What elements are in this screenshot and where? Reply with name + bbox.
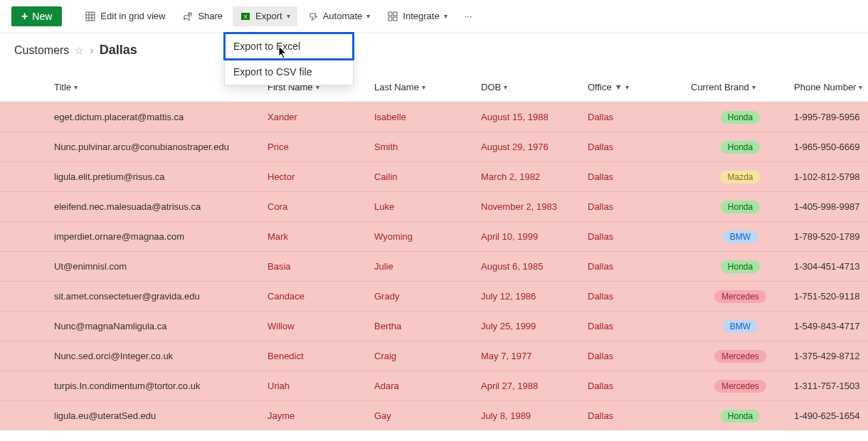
new-button[interactable]: + New [11,6,62,26]
brand-pill: BMW [723,320,758,333]
cell-brand: BMW [687,230,790,243]
plus-icon: + [21,11,28,21]
col-dob[interactable]: DOB▾ [477,82,583,92]
cell-phone: 1-405-998-9987 [790,201,868,212]
table-row[interactable]: Nunc.pulvinar.arcu@conubianostraper.eduP… [0,132,868,161]
cell-phone: 1-995-789-5956 [790,112,868,122]
cell-office: Dallas [583,171,687,182]
table-row[interactable]: ligula.elit.pretium@risus.caHectorCailin… [0,161,868,191]
table-row[interactable]: imperdiet.ornare@magnaa.comMarkWyomingAp… [0,221,868,251]
svg-rect-8 [393,12,397,16]
cell-first: Basia [263,261,370,272]
cell-title[interactable]: eleifend.nec.malesuada@atrisus.ca [50,201,263,212]
cell-first: Xander [263,112,370,122]
more-icon: ··· [465,11,472,21]
table-row[interactable]: eget.dictum.placerat@mattis.caXanderIsab… [0,102,868,132]
cell-phone: 1-965-950-6669 [790,142,868,152]
cell-first: Jayme [263,410,370,421]
chevron-down-icon: ▾ [752,83,756,91]
integrate-button[interactable]: Integrate ▾ [380,6,454,26]
integrate-label: Integrate [403,11,439,21]
excel-icon: X [240,11,251,22]
cell-first: Uriah [263,381,370,391]
export-button[interactable]: X Export ▾ [233,6,297,26]
cell-title[interactable]: sit.amet.consectetuer@gravida.edu [50,291,263,302]
cell-office: Dallas [583,231,687,242]
cell-office: Dallas [583,321,687,331]
cell-brand: Honda [687,410,790,423]
cell-first: Mark [263,231,370,242]
chevron-down-icon: ▾ [287,12,290,20]
col-brand[interactable]: Current Brand▾ [687,82,790,92]
cell-first: Benedict [263,351,370,361]
table-row[interactable]: turpis.In.condimentum@tortor.co.ukUriahA… [0,371,868,400]
share-label: Share [198,11,223,21]
svg-rect-7 [388,12,392,16]
cell-brand: Mercedes [687,350,790,363]
automate-label: Automate [323,11,363,21]
table-row[interactable]: eleifend.nec.malesuada@atrisus.caCoraLuk… [0,191,868,221]
chevron-down-icon: ▾ [859,83,862,91]
cell-phone: 1-789-520-1789 [790,231,868,242]
table-row[interactable]: Nunc.sed.orci@Integer.co.ukBenedictCraig… [0,341,868,371]
brand-pill: Mercedes [714,350,766,363]
cell-office: Dallas [583,112,687,122]
cell-last: Gay [370,410,477,421]
export-to-csv-item[interactable]: Export to CSV file [225,59,353,85]
edit-in-grid-button[interactable]: Edit in grid view [78,6,172,26]
cell-last: Julie [370,261,477,272]
chevron-down-icon: ▾ [366,12,370,20]
breadcrumb-root[interactable]: Customers [14,44,69,57]
automate-button[interactable]: Automate ▾ [300,6,378,26]
svg-rect-9 [388,17,392,21]
more-button[interactable]: ··· [457,6,480,26]
cell-brand: Mazda [687,171,790,184]
cell-first: Cora [263,201,370,212]
table-row[interactable]: sit.amet.consectetuer@gravida.eduCandace… [0,281,868,311]
cell-brand: Honda [687,141,790,154]
col-phone[interactable]: Phone Number▾ [790,82,868,92]
cell-last: Smith [370,142,477,152]
cell-brand: Mercedes [687,380,790,393]
command-bar: + New Edit in grid view Share X Export ▾… [0,0,868,33]
cell-last: Isabelle [370,112,477,122]
cell-dob: July 8, 1989 [477,410,583,421]
table-row[interactable]: ligula.eu@uteratSed.eduJaymeGayJuly 8, 1… [0,400,868,430]
cell-brand: Honda [687,260,790,273]
brand-pill: Honda [721,410,760,423]
breadcrumb-leaf: Dallas [100,43,137,58]
cell-first: Willow [263,321,370,331]
cell-title[interactable]: eget.dictum.placerat@mattis.ca [50,112,263,122]
col-office[interactable]: Office▼▾ [583,82,687,92]
cell-phone: 1-102-812-5798 [790,171,868,182]
cell-brand: Mercedes [687,290,790,303]
cell-dob: July 25, 1999 [477,321,583,331]
star-icon[interactable]: ☆ [75,45,84,56]
table-row[interactable]: Ut@enimnisl.comBasiaJulieAugust 6, 1985D… [0,251,868,281]
cell-last: Grady [370,291,477,302]
table-row[interactable]: Nunc@magnaNamligula.caWillowBerthaJuly 2… [0,311,868,341]
cell-title[interactable]: Nunc@magnaNamligula.ca [50,321,263,331]
svg-rect-10 [393,17,397,21]
chevron-down-icon: ▾ [74,83,78,91]
cell-dob: April 10, 1999 [477,231,583,242]
cell-office: Dallas [583,261,687,272]
cell-title[interactable]: ligula.eu@uteratSed.edu [50,410,263,421]
cell-first: Price [263,142,370,152]
cell-title[interactable]: imperdiet.ornare@magnaa.com [50,231,263,242]
col-last[interactable]: Last Name▾ [370,82,477,92]
svg-rect-0 [86,12,95,21]
cell-title[interactable]: Nunc.pulvinar.arcu@conubianostraper.edu [50,142,263,152]
cell-dob: May 7, 1977 [477,351,583,361]
export-to-excel-item[interactable]: Export to Excel [225,33,353,59]
share-button[interactable]: Share [175,6,230,26]
cell-title[interactable]: ligula.elit.pretium@risus.ca [50,171,263,182]
cell-title[interactable]: turpis.In.condimentum@tortor.co.uk [50,381,263,391]
cell-brand: Honda [687,111,790,124]
edit-label: Edit in grid view [100,11,165,21]
chevron-down-icon: ▾ [444,12,448,20]
cell-title[interactable]: Ut@enimnisl.com [50,261,263,272]
cell-title[interactable]: Nunc.sed.orci@Integer.co.uk [50,351,263,361]
grid-icon [85,11,96,22]
cell-phone: 1-751-520-9118 [790,291,868,302]
